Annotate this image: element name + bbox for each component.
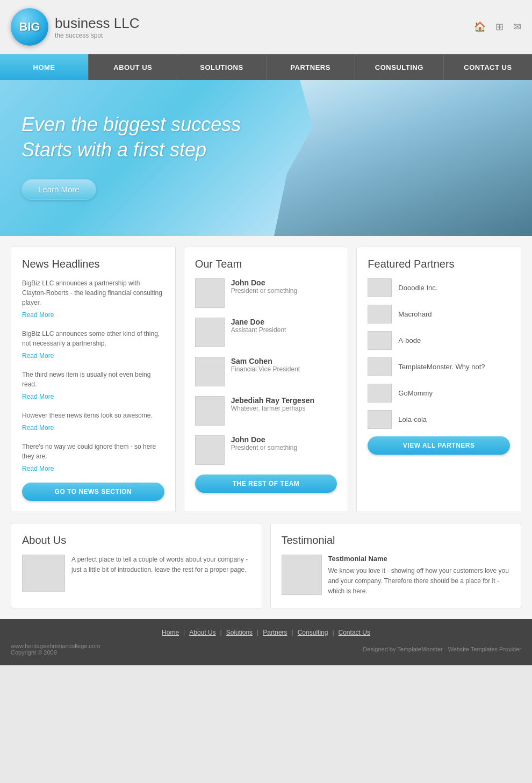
partner-name-3: A-bode <box>398 336 421 344</box>
nav-item-about[interactable]: ABOUT US <box>89 54 177 80</box>
grid-icon[interactable]: ⊞ <box>495 21 504 33</box>
footer-sep: | <box>332 629 334 636</box>
nav-item-consulting[interactable]: CONSULTING <box>355 54 444 80</box>
partner-name-4: TemplateMonster. Why not? <box>398 363 485 371</box>
footer-link-about[interactable]: About Us <box>189 629 215 636</box>
read-more-5[interactable]: Read More <box>22 465 54 472</box>
testimonial-info: Testimonial Name We know you love it - s… <box>328 555 511 597</box>
read-more-1[interactable]: Read More <box>22 311 54 319</box>
footer-copyright: www.heritageehristiancollege.com Copyrig… <box>11 643 100 656</box>
member-title-1: President or something <box>231 287 297 294</box>
team-member: Jane Doe Assistant President <box>195 318 337 347</box>
two-columns: About Us A perfect place to tell a coupl… <box>11 523 521 608</box>
testimonial-photo <box>282 555 322 595</box>
footer-website: www.heritageehristiancollege.com <box>11 643 100 649</box>
partner-logo-4 <box>368 357 392 376</box>
partner-logo-3 <box>368 331 392 350</box>
footer-bottom: www.heritageehristiancollege.com Copyrig… <box>11 643 521 656</box>
partner-logo-6 <box>368 410 392 429</box>
hero-person-image <box>274 80 532 236</box>
home-icon[interactable]: 🏠 <box>474 21 486 33</box>
footer-nav: Home | About Us | Solutions | Partners |… <box>11 629 521 636</box>
logo-text: business LLC the success spot <box>55 15 140 39</box>
header: BIG business LLC the success spot 🏠 ⊞ ✉ <box>0 0 532 54</box>
member-info-5: John Doe President or something <box>231 435 297 451</box>
member-photo-5 <box>195 435 225 465</box>
partner-name-6: Lola-cola <box>398 415 427 423</box>
footer-link-consulting[interactable]: Consulting <box>298 629 328 636</box>
testimonial-name: Testimonial Name <box>328 555 511 563</box>
nav-item-partners[interactable]: PARTNERS <box>267 54 355 80</box>
read-more-4[interactable]: Read More <box>22 424 54 432</box>
news-text-2: BigBiz LLC announces some other kind of … <box>22 329 164 348</box>
about-content: A perfect place to tell a couple of word… <box>22 555 251 592</box>
member-photo-1 <box>195 278 225 308</box>
member-info-4: Jebediah Ray Tergesen Whatever, farmer p… <box>231 396 314 412</box>
member-name-5: John Doe <box>231 435 297 444</box>
partner-item: Macrohard <box>368 305 510 324</box>
about-title: About Us <box>22 534 251 547</box>
testimonial-box: Testimonial Testimonial Name We know you… <box>270 523 522 608</box>
member-title-4: Whatever, farmer perhaps <box>231 405 314 412</box>
news-item: BigBiz LLC announces a partnership with … <box>22 278 164 319</box>
member-name-2: Jane Doe <box>231 318 286 326</box>
hero-headline: Even the biggest success Starts with a f… <box>21 112 241 163</box>
footer-sep: | <box>257 629 258 636</box>
hero-text: Even the biggest success Starts with a f… <box>21 112 241 200</box>
partner-logo-5 <box>368 384 392 403</box>
member-name-4: Jebediah Ray Tergesen <box>231 396 314 405</box>
hero-figure <box>274 80 532 236</box>
logo-tagline: the success spot <box>55 32 140 39</box>
partner-item: A-bode <box>368 331 510 350</box>
partner-logo-2 <box>368 305 392 324</box>
learn-more-button[interactable]: Learn More <box>21 179 96 200</box>
main-content: News Headlines BigBiz LLC announces a pa… <box>0 236 532 619</box>
partner-item: Lola-cola <box>368 410 510 429</box>
member-name-3: Sam Cohen <box>231 357 300 365</box>
member-name-1: John Doe <box>231 278 297 287</box>
footer: Home | About Us | Solutions | Partners |… <box>0 619 532 665</box>
view-all-partners-button[interactable]: VIEW ALL PARTNERS <box>368 436 510 455</box>
team-member: John Doe President or something <box>195 435 337 465</box>
logo-area: BIG business LLC the success spot <box>11 8 140 46</box>
read-more-3[interactable]: Read More <box>22 393 54 400</box>
partner-item: GoMommy <box>368 384 510 403</box>
team-member: Jebediah Ray Tergesen Whatever, farmer p… <box>195 396 337 426</box>
read-more-2[interactable]: Read More <box>22 352 54 360</box>
go-to-news-button[interactable]: GO TO NEWS SECTION <box>22 483 164 501</box>
news-text-5: There's no way we could ignore them - so… <box>22 442 164 461</box>
team-member: Sam Cohen Financial Vice President <box>195 357 337 386</box>
nav-item-solutions[interactable]: SOLUTIONS <box>177 54 266 80</box>
member-info-3: Sam Cohen Financial Vice President <box>231 357 300 373</box>
footer-link-partners[interactable]: Partners <box>263 629 287 636</box>
mail-icon[interactable]: ✉ <box>513 21 521 33</box>
footer-sep: | <box>220 629 222 636</box>
rest-of-team-button[interactable]: THE REST OF TEAM <box>195 475 337 493</box>
news-text-1: BigBiz LLC announces a partnership with … <box>22 278 164 307</box>
hero-line1: Even the biggest success <box>21 113 241 135</box>
news-item: BigBiz LLC announces some other kind of … <box>22 329 164 360</box>
footer-link-solutions[interactable]: Solutions <box>226 629 253 636</box>
footer-sep: | <box>183 629 185 636</box>
partner-item: Dooodle Inc. <box>368 278 510 297</box>
member-title-5: President or something <box>231 444 297 451</box>
team-box: Our Team John Doe President or something… <box>184 247 349 512</box>
footer-link-home[interactable]: Home <box>162 629 179 636</box>
hero-banner: Even the biggest success Starts with a f… <box>0 80 532 236</box>
footer-link-contact[interactable]: Contact Us <box>339 629 370 636</box>
hero-line2: Starts with a first step <box>21 139 206 161</box>
team-member: John Doe President or something <box>195 278 337 308</box>
nav-item-home[interactable]: HOME <box>0 54 89 80</box>
news-text-4: However these news items look so awesome… <box>22 411 164 420</box>
about-photo <box>22 555 65 592</box>
header-icons: 🏠 ⊞ ✉ <box>474 21 521 33</box>
team-title: Our Team <box>195 258 337 270</box>
nav-item-contact[interactable]: CONTACT US <box>444 54 532 80</box>
partner-item: TemplateMonster. Why not? <box>368 357 510 376</box>
footer-year: Copyright © 2009 <box>11 649 100 656</box>
logo-circle: BIG <box>11 8 48 46</box>
partner-name-2: Macrohard <box>398 310 432 318</box>
footer-sep: | <box>292 629 293 636</box>
three-columns: News Headlines BigBiz LLC announces a pa… <box>11 247 521 512</box>
about-text: A perfect place to tell a couple of word… <box>71 555 251 592</box>
